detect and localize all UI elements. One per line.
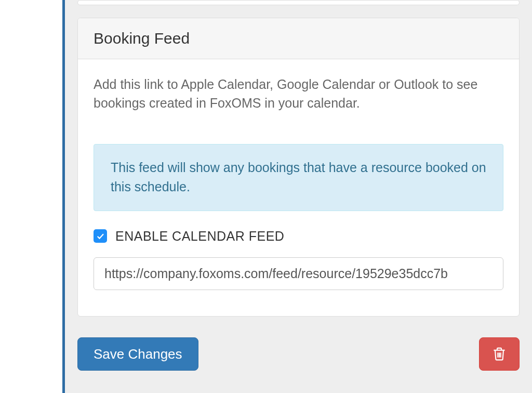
feed-url-input[interactable] bbox=[94, 257, 503, 290]
main-column: Booking Feed Add this link to Apple Cale… bbox=[62, 0, 532, 393]
info-alert: This feed will show any bookings that ha… bbox=[94, 144, 503, 211]
panel-description: Add this link to Apple Calendar, Google … bbox=[94, 75, 503, 113]
save-button[interactable]: Save Changes bbox=[77, 337, 198, 371]
panel-header: Booking Feed bbox=[78, 18, 519, 59]
panel-body: Add this link to Apple Calendar, Google … bbox=[78, 59, 519, 316]
enable-feed-checkbox[interactable] bbox=[94, 229, 107, 243]
enable-feed-row: ENABLE CALENDAR FEED bbox=[94, 229, 503, 244]
previous-panel-edge bbox=[77, 0, 520, 5]
booking-feed-panel: Booking Feed Add this link to Apple Cale… bbox=[77, 18, 520, 317]
enable-feed-label: ENABLE CALENDAR FEED bbox=[115, 229, 284, 244]
trash-icon bbox=[491, 345, 508, 363]
info-alert-text: This feed will show any bookings that ha… bbox=[111, 158, 486, 197]
checkmark-icon bbox=[96, 231, 105, 241]
delete-button[interactable] bbox=[479, 337, 520, 371]
left-gutter bbox=[0, 0, 62, 393]
panel-title: Booking Feed bbox=[94, 30, 503, 47]
page-root: Booking Feed Add this link to Apple Cale… bbox=[0, 0, 532, 393]
action-row: Save Changes bbox=[77, 337, 520, 371]
